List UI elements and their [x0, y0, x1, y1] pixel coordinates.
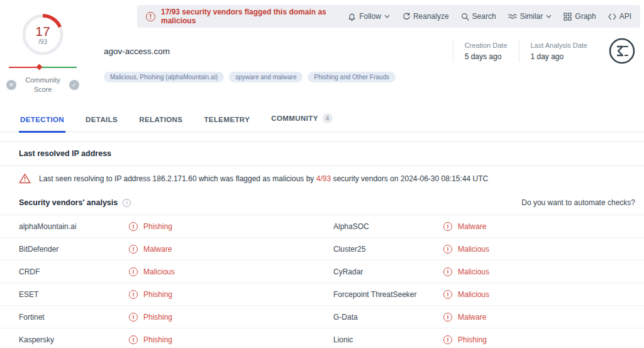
graph-button[interactable]: Graph [564, 12, 596, 21]
vendor-result: ! Malware [443, 222, 625, 231]
search-button[interactable]: Search [461, 12, 496, 21]
last-analysis-date-value: 1 day ago [531, 52, 588, 61]
search-icon [461, 13, 469, 21]
result-label: Phishing [143, 290, 172, 299]
community-score-marker [36, 64, 43, 70]
result-label: Malicious [458, 267, 489, 276]
engines-total: /93 [38, 38, 47, 45]
header-toolbar: Follow Reanalyze [348, 12, 631, 21]
alert-message: 17/93 security vendors flagged this doma… [161, 8, 342, 25]
result-label: Phishing [458, 335, 487, 344]
bell-icon [348, 13, 356, 21]
result-label: Phishing [143, 335, 172, 344]
vendor-name: G-Data [333, 313, 443, 322]
vendors-analysis-header: Security vendors' analysis i Do you want… [0, 191, 644, 215]
alert-circle-icon: ! [129, 267, 138, 276]
vendor-result: ! Malicious [129, 267, 333, 276]
vendors-analysis-title: Security vendors' analysis [19, 198, 118, 207]
vendor-name: alphaMountain.ai [19, 222, 129, 231]
tab-telemetry[interactable]: TELEMETRY [203, 108, 251, 133]
creation-date-value: 5 days ago [465, 52, 508, 61]
header-main: ! 17/93 security vendors flagged this do… [94, 5, 644, 82]
vendor-name: CyRadar [333, 267, 443, 276]
api-button[interactable]: API [608, 12, 631, 21]
alert-circle-icon: ! [129, 335, 138, 344]
vendor-row: Fortinet ! Phishing G-Data ! Malware [0, 306, 644, 328]
community-score-bar [9, 67, 77, 68]
result-label: Malware [143, 245, 172, 254]
virustotal-domain-report: 17 /93 ✕ Community Score ✓ ! [0, 5, 644, 348]
vote-harmless-icon[interactable]: ✓ [69, 80, 79, 90]
info-icon[interactable]: i [123, 199, 131, 207]
resolve-warning-text: Last seen resolving to IP address 186.2.… [39, 174, 488, 183]
result-label: Phishing [143, 313, 172, 322]
vendor-result: ! Malicious [443, 267, 625, 276]
warning-triangle-icon [19, 173, 31, 184]
tag-pill[interactable]: Phishing and Other Frauds [308, 72, 396, 82]
vendor-name: Cluster25 [333, 245, 443, 254]
result-label: Malware [458, 313, 486, 322]
tab-details[interactable]: DETAILS [84, 108, 119, 133]
alert-circle-icon: ! [146, 12, 155, 21]
alert-banner: ! 17/93 security vendors flagged this do… [137, 5, 640, 28]
vendor-name: CRDF [19, 267, 129, 276]
last-analysis-date-label: Last Analysis Date [531, 42, 588, 49]
result-label: Malicious [458, 290, 489, 299]
vendor-row: alphaMountain.ai ! Phishing AlphaSOC ! M… [0, 215, 644, 238]
vendor-result: ! Malicious [443, 245, 625, 254]
resolve-warning-row: Last seen resolving to IP address 186.2.… [0, 166, 644, 191]
tab-community[interactable]: COMMUNITY 4 [270, 106, 334, 133]
reanalyze-button[interactable]: Reanalyze [402, 12, 449, 21]
chevron-down-icon [546, 14, 552, 18]
virustotal-logo [609, 38, 635, 64]
vendor-name: AlphaSOC [333, 222, 443, 231]
similar-waves-icon [508, 13, 517, 20]
domain-name: agov-access.com [104, 47, 170, 56]
vendor-result: ! Phishing [129, 222, 333, 231]
alert-circle-icon: ! [443, 313, 452, 322]
tab-bar: DETECTION DETAILS RELATIONS TELEMETRY CO… [0, 106, 644, 132]
vendor-result: ! Malicious [443, 290, 625, 299]
follow-button[interactable]: Follow [348, 12, 390, 21]
alert-circle-icon: ! [443, 290, 452, 299]
chevron-down-icon [384, 14, 390, 18]
flagged-vendors-link[interactable]: 4/93 [316, 174, 331, 183]
vendor-name: Fortinet [19, 313, 129, 322]
alert-circle-icon: ! [443, 222, 452, 231]
vendor-result: ! Phishing [129, 290, 333, 299]
tab-relations[interactable]: RELATIONS [138, 108, 184, 133]
result-label: Phishing [143, 222, 172, 231]
detection-score-donut: 17 /93 [21, 13, 65, 57]
vendor-row: BitDefender ! Malware Cluster25 ! Malici… [0, 238, 644, 261]
result-label: Malicious [458, 245, 489, 254]
community-count-badge: 4 [323, 113, 333, 123]
alert-circle-icon: ! [443, 245, 452, 254]
detection-score-widget: 17 /93 ✕ Community Score ✓ [3, 9, 83, 94]
api-brackets-icon [608, 13, 616, 21]
vendor-result: ! Phishing [129, 335, 333, 344]
similar-button[interactable]: Similar [508, 12, 552, 21]
tag-pill[interactable]: spyware and malware [229, 72, 303, 82]
vote-malicious-icon[interactable]: ✕ [6, 80, 16, 90]
alert-circle-icon: ! [129, 313, 138, 322]
alert-circle-icon: ! [443, 335, 452, 344]
report-header: 17 /93 ✕ Community Score ✓ ! [0, 5, 644, 106]
tags-row: Malicious, Phishing (alphaMountain.ai)sp… [104, 72, 644, 82]
graph-icon [564, 13, 572, 21]
vendor-result: ! Malware [129, 245, 333, 254]
community-score-label: Community Score [16, 76, 69, 94]
vendor-result: ! Phishing [443, 335, 625, 344]
result-label: Malicious [143, 267, 175, 276]
domain-info-row: agov-access.com Creation Date 5 days ago… [104, 38, 640, 64]
vendor-row: CRDF ! Malicious CyRadar ! Malicious [0, 261, 644, 283]
tab-detection[interactable]: DETECTION [19, 108, 65, 133]
vendor-name: BitDefender [19, 245, 129, 254]
tag-pill[interactable]: Malicious, Phishing (alphaMountain.ai) [104, 72, 224, 82]
creation-date-block: Creation Date 5 days ago [453, 40, 519, 62]
vendor-row: ESET ! Phishing Forcepoint ThreatSeeker … [0, 283, 644, 306]
vendor-name: Forcepoint ThreatSeeker [333, 290, 443, 299]
detections-count: 17 [35, 25, 50, 38]
vendor-table: alphaMountain.ai ! Phishing AlphaSOC ! M… [0, 215, 644, 348]
automate-checks-link[interactable]: Do you want to automate checks? [521, 198, 635, 207]
alert-circle-icon: ! [129, 222, 138, 231]
